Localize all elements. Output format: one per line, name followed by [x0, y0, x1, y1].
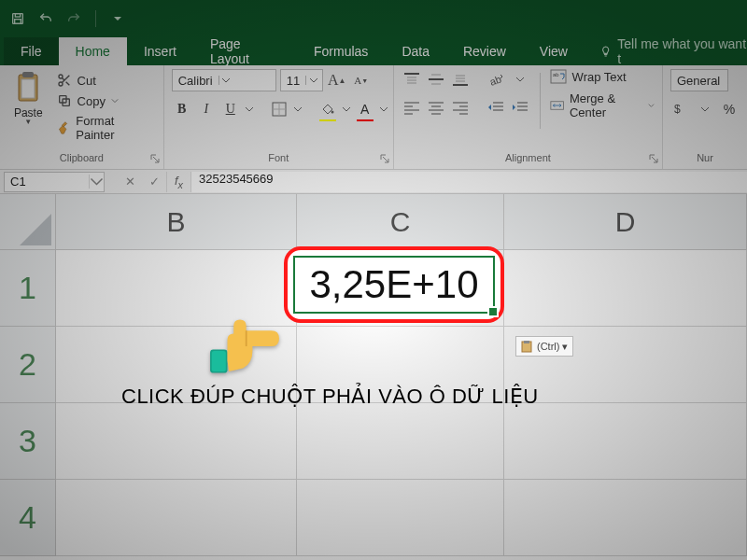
svg-rect-1: [15, 14, 20, 17]
accounting-format-icon[interactable]: $: [670, 99, 691, 119]
name-box-value: C1: [5, 175, 89, 189]
tell-me-label: Tell me what you want t: [617, 36, 747, 66]
number-format-value: General: [671, 74, 726, 88]
tell-me-search[interactable]: Tell me what you want t: [585, 37, 747, 65]
paste-dropdown-icon: ▼: [24, 119, 32, 125]
cell[interactable]: [504, 403, 747, 480]
align-middle-icon[interactable]: [426, 69, 446, 90]
number-format-combo[interactable]: General: [670, 69, 728, 91]
cut-button[interactable]: Cut: [57, 73, 150, 88]
fill-color-button[interactable]: [317, 99, 338, 119]
font-size-combo[interactable]: 11: [280, 69, 323, 91]
save-icon[interactable]: [7, 8, 28, 29]
tab-view[interactable]: View: [523, 37, 585, 65]
tab-review[interactable]: Review: [446, 37, 523, 65]
row-header-3[interactable]: 3: [0, 403, 56, 480]
column-header-d[interactable]: D: [504, 194, 747, 250]
insert-function-button[interactable]: fx: [166, 172, 190, 192]
align-right-icon[interactable]: [450, 97, 471, 118]
cell[interactable]: [56, 403, 297, 480]
cell-c1-highlight[interactable]: 3,25E+10: [284, 246, 504, 323]
dialog-launcher-icon[interactable]: [378, 153, 391, 166]
orientation-icon[interactable]: ab: [486, 69, 506, 90]
font-name-value: Calibri: [173, 74, 218, 88]
align-left-icon[interactable]: [402, 97, 422, 118]
cell[interactable]: [504, 480, 747, 556]
number-group-label: Nur: [663, 152, 747, 169]
dialog-launcher-icon[interactable]: [647, 153, 660, 166]
increase-font-icon[interactable]: A▲: [327, 70, 347, 91]
italic-button[interactable]: I: [196, 99, 217, 119]
chevron-down-icon[interactable]: [379, 99, 388, 119]
chevron-down-icon[interactable]: [245, 99, 254, 119]
svg-rect-5: [21, 79, 35, 98]
undo-icon[interactable]: [35, 8, 56, 29]
percent-format-icon[interactable]: %: [719, 99, 740, 119]
redo-icon[interactable]: [63, 8, 84, 29]
selection-border: [293, 256, 495, 314]
bold-button[interactable]: B: [172, 99, 192, 119]
paste-button[interactable]: Paste ▼: [7, 69, 49, 152]
format-painter-button[interactable]: Format Painter: [57, 114, 150, 142]
merge-center-button[interactable]: Merge & Center: [550, 91, 655, 119]
chevron-down-icon[interactable]: [342, 99, 351, 119]
chevron-down-icon: [89, 175, 104, 189]
tab-file[interactable]: File: [4, 37, 59, 65]
decrease-indent-icon[interactable]: [486, 97, 506, 118]
paste-options-tag[interactable]: (Ctrl) ▾: [515, 336, 573, 357]
chevron-down-icon[interactable]: [293, 99, 303, 119]
enter-icon[interactable]: ✓: [142, 172, 166, 192]
cancel-icon[interactable]: ✕: [118, 172, 142, 192]
chevron-down-icon: [218, 76, 233, 85]
alignment-group-label: Alignment: [394, 152, 662, 169]
chevron-down-icon[interactable]: [695, 99, 715, 119]
tab-formulas[interactable]: Formulas: [297, 37, 385, 65]
tab-home[interactable]: Home: [59, 37, 127, 65]
decrease-font-icon[interactable]: A▼: [351, 70, 372, 91]
row-header-4[interactable]: 4: [0, 480, 56, 556]
clipboard-group-label: Clipboard: [0, 152, 163, 169]
cell[interactable]: [56, 480, 297, 556]
font-color-button[interactable]: A: [355, 99, 375, 119]
chevron-down-icon: [305, 76, 320, 85]
group-alignment: ab ab Wrap Text: [394, 65, 663, 169]
name-box[interactable]: C1: [4, 172, 105, 192]
svg-rect-50: [524, 341, 529, 343]
row-header-2[interactable]: 2: [0, 327, 56, 403]
group-font: Calibri 11 A▲ A▼ B I U: [164, 65, 394, 169]
tab-page-layout[interactable]: Page Layout: [193, 37, 297, 65]
group-number: General $ % Nur: [663, 65, 747, 169]
copy-button[interactable]: Copy: [57, 93, 150, 108]
formula-bar: C1 ✕ ✓ fx 32523545669: [0, 170, 747, 194]
font-size-value: 11: [281, 74, 305, 88]
chevron-down-icon: [111, 97, 119, 105]
row-header-1[interactable]: 1: [0, 250, 56, 327]
borders-button[interactable]: [269, 99, 289, 119]
formula-input[interactable]: 32523545669: [190, 172, 747, 192]
fill-handle[interactable]: [489, 308, 497, 315]
svg-point-7: [59, 82, 63, 86]
font-name-combo[interactable]: Calibri: [172, 69, 276, 91]
chevron-down-icon[interactable]: [510, 69, 530, 90]
copy-icon: [57, 93, 72, 108]
cell[interactable]: [504, 250, 747, 327]
select-all-corner[interactable]: [0, 194, 56, 250]
tab-data[interactable]: Data: [385, 37, 446, 65]
wrap-text-button[interactable]: ab Wrap Text: [550, 69, 655, 84]
align-top-icon[interactable]: [402, 69, 422, 90]
svg-rect-4: [22, 72, 34, 77]
cell[interactable]: [297, 480, 504, 556]
instruction-text: Click đúp chuột phải vào ô dữ liệu: [121, 385, 539, 409]
align-bottom-icon[interactable]: [450, 69, 471, 90]
column-header-b[interactable]: B: [56, 194, 297, 250]
column-header-c[interactable]: C: [297, 194, 504, 250]
increase-indent-icon[interactable]: [510, 97, 530, 118]
worksheet-grid[interactable]: B C D 1 2 3 4 3,25E+10 (Ctrl) ▾ Click đú…: [0, 194, 747, 560]
customize-qat-icon[interactable]: [107, 8, 128, 29]
tab-insert[interactable]: Insert: [127, 37, 193, 65]
underline-button[interactable]: U: [220, 99, 241, 119]
svg-point-6: [59, 75, 63, 78]
dialog-launcher-icon[interactable]: [148, 153, 162, 166]
align-center-icon[interactable]: [426, 97, 446, 118]
cell[interactable]: [297, 403, 504, 480]
